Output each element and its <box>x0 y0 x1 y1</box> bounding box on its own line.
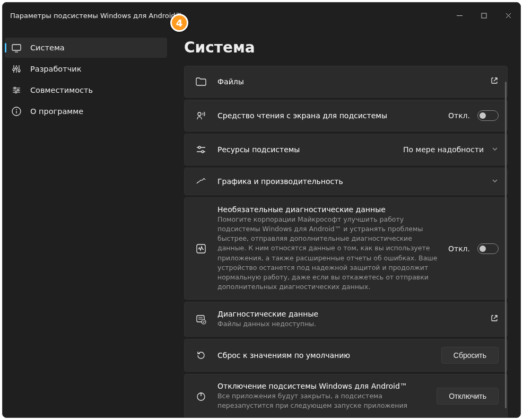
card-optional-diagnostics[interactable]: Необязательные диагностические данные По… <box>184 197 508 300</box>
sidebar-item-system[interactable]: Система <box>5 38 167 58</box>
sidebar-item-label: Система <box>30 43 65 52</box>
main: Система Файлы <box>169 28 520 417</box>
card-shutdown: Отключение подсистемы Windows для Androi… <box>184 374 508 417</box>
display-icon <box>11 42 22 53</box>
svg-point-4 <box>15 91 16 93</box>
screen-reader-toggle[interactable] <box>477 110 499 121</box>
close-icon <box>505 13 511 19</box>
card-reset: Сброс к значениям по умолчанию Сбросить <box>184 339 508 372</box>
card-screen-reader[interactable]: Средство чтения с экрана для подсистемы … <box>184 100 508 132</box>
folder-icon <box>195 76 207 88</box>
svg-rect-1 <box>12 45 21 50</box>
maximize-icon <box>481 13 487 19</box>
card-title-label: Файлы <box>217 77 480 86</box>
reset-icon <box>195 349 207 361</box>
sliders-icon <box>11 85 22 95</box>
annotation-badge: 4 <box>170 14 188 32</box>
window-controls <box>447 3 520 28</box>
performance-icon <box>195 176 207 187</box>
tools-icon <box>11 64 22 74</box>
card-desc-label: Помогите корпорации Майкрософт улучшить … <box>217 215 438 292</box>
svg-point-6 <box>16 109 17 110</box>
optional-diagnostics-toggle[interactable] <box>477 243 499 254</box>
minimize-icon <box>457 13 463 19</box>
diagnostics-icon <box>195 243 207 255</box>
power-icon <box>195 390 207 402</box>
diagnostic-data-icon <box>195 313 207 325</box>
chevron-down-icon <box>491 145 499 155</box>
open-external-icon <box>490 314 499 325</box>
card-files[interactable]: Файлы <box>184 66 508 98</box>
svg-point-3 <box>17 89 19 91</box>
card-title-label: Необязательные диагностические данные <box>217 205 438 214</box>
body: Система Разработчик Совместимость О прог… <box>3 28 520 417</box>
scrollbar[interactable] <box>505 82 507 408</box>
toggle-status: Откл. <box>448 244 470 253</box>
app-window: Параметры подсистемы Windows для Android… <box>2 2 521 418</box>
content: Файлы Средство чтения с экрана для подси… <box>169 66 517 417</box>
sidebar: Система Разработчик Совместимость О прог… <box>3 28 169 417</box>
info-icon <box>11 106 22 117</box>
sidebar-item-label: Разработчик <box>30 65 81 73</box>
card-desc-label: Все приложения будут закрыты, а подсисте… <box>217 391 419 410</box>
narrator-icon <box>195 110 207 121</box>
card-title-label: Графика и производительность <box>217 177 481 186</box>
card-graphics[interactable]: Графика и производительность <box>184 168 508 195</box>
sidebar-item-compatibility[interactable]: Совместимость <box>5 80 167 100</box>
toggle-status: Откл. <box>448 111 470 120</box>
sidebar-item-label: Совместимость <box>30 86 93 94</box>
card-title-label: Сброс к значениям по умолчанию <box>217 351 431 360</box>
card-title-label: Ресурсы подсистемы <box>217 145 393 154</box>
chevron-down-icon <box>491 177 499 187</box>
card-resources[interactable]: Ресурсы подсистемы По мере надобности <box>184 134 508 165</box>
close-button[interactable] <box>496 3 520 28</box>
reset-button[interactable]: Сбросить <box>441 347 499 364</box>
shutdown-button[interactable]: Отключить <box>437 388 499 405</box>
card-title-label: Диагностические данные <box>217 310 480 318</box>
sidebar-item-developer[interactable]: Разработчик <box>5 59 167 79</box>
svg-point-9 <box>202 151 204 153</box>
titlebar: Параметры подсистемы Windows для Android… <box>3 3 520 28</box>
resources-icon <box>195 144 207 155</box>
open-external-icon <box>490 76 499 87</box>
card-title-label: Отключение подсистемы Windows для Androi… <box>217 382 426 390</box>
card-title-label: Средство чтения с экрана для подсистемы <box>217 111 438 120</box>
maximize-button[interactable] <box>472 3 496 28</box>
resources-value: По мере надобности <box>403 145 484 154</box>
page-title: Система <box>169 28 517 66</box>
svg-point-8 <box>198 146 201 148</box>
window-title: Параметры подсистемы Windows для Android… <box>10 12 182 20</box>
sidebar-item-about[interactable]: О программе <box>5 101 167 121</box>
svg-rect-0 <box>482 13 486 18</box>
card-diagnostic-data[interactable]: Диагностические данные Файлы данных недо… <box>184 302 508 337</box>
svg-point-7 <box>198 112 201 116</box>
minimize-button[interactable] <box>447 3 472 28</box>
sidebar-item-label: О программе <box>30 107 83 116</box>
card-desc-label: Файлы данных недоступны. <box>217 319 480 329</box>
svg-point-2 <box>14 87 15 89</box>
